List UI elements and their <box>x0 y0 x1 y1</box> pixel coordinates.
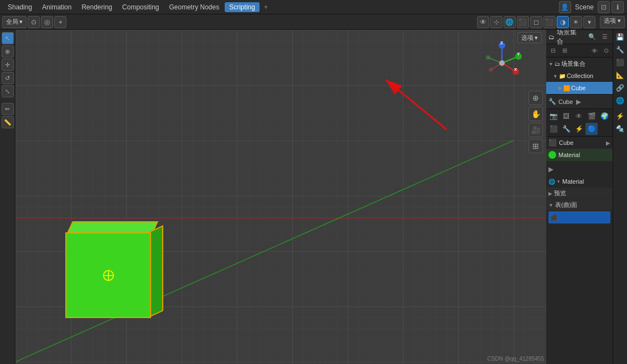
select-dropdown[interactable]: 选项 ▾ <box>600 16 625 28</box>
pan-tool[interactable]: ✋ <box>528 107 543 121</box>
svg-text:Z: Z <box>500 41 503 45</box>
outliner-view-icon[interactable]: ⊟ <box>547 45 558 56</box>
preview-label: 预览 <box>554 189 566 197</box>
outliner-search-icon[interactable]: 🔍 <box>587 32 597 43</box>
viewport-right-toolbar: 👁 ⊹ 🌐 ⬛ ◻ ⬛ ◑ ☀ ▾ <box>477 16 595 28</box>
user-icon[interactable]: 👤 <box>559 1 571 13</box>
info-icon[interactable]: ℹ <box>612 1 624 13</box>
material-play-icon[interactable]: ▶ <box>548 165 553 173</box>
view-options-button[interactable]: 👁 <box>477 16 489 28</box>
viewport-select-overlay[interactable]: 选项 ▾ <box>517 32 542 43</box>
viewport-3d[interactable]: Z Y X ⊕ ✋ 🎥 ⊞ 选项 ▾ CSDN @qq_41285455 <box>15 30 546 364</box>
proportional-edit-button[interactable]: ◎ <box>41 16 53 28</box>
camera-view-tool[interactable]: 🎥 <box>528 123 543 137</box>
menu-animation[interactable]: Animation <box>38 2 76 12</box>
surface-color-bar[interactable]: ⬛ <box>548 211 610 223</box>
wireframe-btn[interactable]: ◻ <box>530 16 542 28</box>
overlays-button[interactable]: 🌐 <box>504 16 516 28</box>
origin-crosshair <box>102 269 115 282</box>
viewport-select-arrow: ▾ <box>535 34 538 41</box>
scale-tool[interactable]: ⤡ <box>2 85 14 97</box>
zoom-tool[interactable]: ⊕ <box>528 91 543 105</box>
snap-to-button[interactable]: ⌖ <box>54 16 66 28</box>
surface-section-header[interactable]: 表(曲)面 <box>546 199 613 210</box>
cube-object-icon: 🟧 <box>563 85 570 91</box>
shading-dropdown[interactable]: ▾ <box>583 16 595 28</box>
menu-shading[interactable]: Shading <box>3 2 37 12</box>
prop-scene-icon[interactable]: 🎬 <box>585 110 598 122</box>
collection-row[interactable]: 📁 Collection <box>546 70 613 82</box>
prop-render-icon[interactable]: 📷 <box>547 110 559 122</box>
outliner-panel: 🗂 场景集合 🔍 ☰ ⊟ ⊞ 👁 ⊙ <box>546 30 613 94</box>
global-mode-button[interactable]: 全局 ▾ <box>2 16 27 28</box>
properties-icon: 🔧 <box>548 98 556 105</box>
prop-modifier-icon[interactable]: 🔧 <box>560 123 572 135</box>
collection-icon: 📁 <box>559 73 566 79</box>
material-color-dot <box>548 151 556 159</box>
solid-btn[interactable]: ⬛ <box>543 16 556 28</box>
preview-section-header[interactable]: 预览 <box>546 188 613 199</box>
menu-scripting[interactable]: Scripting <box>225 2 260 12</box>
rotate-tool[interactable]: ↺ <box>2 72 14 84</box>
prop-world-icon[interactable]: 🌍 <box>598 110 610 122</box>
global-dropdown-icon: ▾ <box>19 18 23 25</box>
outliner-properties-panel: 🗂 场景集合 🔍 ☰ ⊟ ⊞ 👁 ⊙ <box>546 30 613 364</box>
gizmo-toggle[interactable]: ⊹ <box>490 16 502 28</box>
props-object-icon[interactable]: ⬛ <box>614 56 626 69</box>
scene-collection-name: 场景集合 <box>561 60 585 68</box>
props-particles-icon[interactable]: ⚡ <box>614 110 626 122</box>
props-constraint-icon[interactable]: 🔗 <box>614 82 626 94</box>
outliner-filter-icon[interactable]: ☰ <box>600 32 610 43</box>
props-material-icon[interactable]: 🌐 <box>614 95 626 107</box>
menu-rendering[interactable]: Rendering <box>77 2 116 12</box>
prop-particles-icon[interactable]: ⚡ <box>573 123 585 135</box>
cursor-tool[interactable]: ⊕ <box>2 45 14 58</box>
measure-tool[interactable]: 📏 <box>2 116 14 128</box>
viewport-gizmo[interactable]: Z Y X <box>480 41 524 85</box>
select-arrow: ▾ <box>618 17 621 24</box>
surface-expand-icon <box>548 201 553 208</box>
material-play-row: ▶ <box>546 163 613 175</box>
outliner-eye-icon[interactable]: 👁 <box>589 45 600 56</box>
props-data-icon[interactable]: 📐 <box>614 69 626 81</box>
properties-panel-header: 🔧 Cube ▶ <box>546 95 613 109</box>
outliner-select-icon[interactable]: ⊙ <box>600 45 612 56</box>
prop-view-icon[interactable]: 👁 <box>573 110 585 122</box>
preview-expand-icon <box>548 190 552 196</box>
menu-compositing[interactable]: Compositing <box>118 2 164 12</box>
material-preview-btn[interactable]: ◑ <box>557 16 569 28</box>
arrow-svg <box>369 74 480 141</box>
outliner-toolbar: ⊟ ⊞ 👁 ⊙ <box>546 44 613 58</box>
scene-icon: 🗂 <box>555 61 560 67</box>
rendered-btn[interactable]: ☀ <box>570 16 582 28</box>
props-tool-icon[interactable]: 🔧 <box>614 44 626 56</box>
prop-material-icon[interactable]: 🔵 <box>585 123 598 135</box>
svg-line-8 <box>386 80 447 129</box>
menu-geometry-nodes[interactable]: Geometry Nodes <box>165 2 224 12</box>
object-name-row: ⬛ Cube ▶ <box>546 137 613 149</box>
annotate-tool[interactable]: ✏ <box>2 103 14 115</box>
props-physics-icon[interactable]: 🔩 <box>614 123 626 135</box>
viewport-select-label: 选项 <box>521 34 533 42</box>
scene-name: Scene <box>573 0 596 14</box>
props-save-icon[interactable]: 💾 <box>614 31 626 43</box>
prop-output-icon[interactable]: 🖼 <box>560 110 572 122</box>
select-label: 选项 <box>604 17 616 24</box>
xray-toggle[interactable]: ⬛ <box>517 16 529 28</box>
cube-3d-object[interactable] <box>65 220 154 320</box>
scene-collection-row[interactable]: 🗂 场景集合 <box>546 58 613 70</box>
add-workspace-button[interactable]: + <box>261 2 271 12</box>
grid-tool[interactable]: ⊞ <box>528 139 543 153</box>
fullscreen-icon[interactable]: ⊡ <box>598 1 610 13</box>
material-row[interactable]: Material <box>546 149 613 161</box>
move-tool[interactable]: ✛ <box>2 59 14 71</box>
svg-text:X: X <box>514 67 517 72</box>
outliner-layout-icon[interactable]: ⊞ <box>559 45 570 56</box>
cube-row[interactable]: ▶ 🟧 Cube <box>546 82 613 94</box>
snap-button[interactable]: ⊙ <box>28 16 40 28</box>
prop-object-icon[interactable]: ⬛ <box>547 123 559 135</box>
app: Shading Animation Rendering Compositing … <box>0 0 627 364</box>
gizmo-svg: Z Y X <box>480 41 524 85</box>
select-tool[interactable]: ↖ <box>2 32 14 44</box>
surface-content: ⬛ <box>546 210 613 225</box>
